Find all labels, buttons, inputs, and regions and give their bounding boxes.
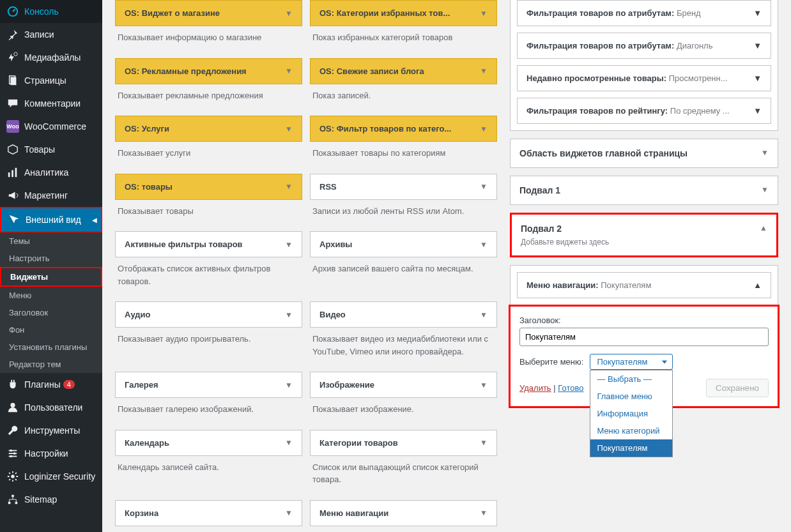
svg-point-12 [13, 452, 16, 455]
available-widget[interactable]: Аудио ▼ [115, 301, 302, 328]
widget-title: Корзина [125, 508, 158, 518]
submenu-customize[interactable]: Настроить [0, 250, 102, 267]
settings-icon [6, 447, 19, 460]
available-widgets: OS: Виджет о магазине ▼ Показывает инфор… [115, 0, 497, 532]
widget-description: Архив записей вашего сайта по месяцам. [310, 257, 497, 285]
placed-widget[interactable]: Недавно просмотренные товары: Просмотрен… [518, 66, 771, 91]
available-widget[interactable]: Категории товаров ▼ [310, 430, 497, 456]
placed-widget[interactable]: Фильтрация товаров по рейтингу: По средн… [518, 98, 771, 123]
svg-point-13 [10, 455, 13, 458]
chevron-down-icon: ▼ [480, 125, 488, 133]
submenu-menus[interactable]: Меню [0, 287, 102, 304]
menu-posts[interactable]: Записи [0, 23, 102, 46]
menu-appearance[interactable]: Внешний вид ◀ [0, 207, 102, 232]
area-footer2-content: Меню навигации: Покупателям ▲ Заголовок:… [510, 265, 778, 407]
widget-value: Просмотренн... [669, 73, 728, 83]
widget-title: OS: товары [125, 182, 173, 192]
available-widget[interactable]: OS: Виджет о магазине ▼ [115, 0, 302, 26]
submenu-install-plugins[interactable]: Установить плагины [0, 338, 102, 356]
menu-sitemap[interactable]: Sitemap [0, 488, 102, 511]
menu-option[interactable]: Покупателям [590, 439, 672, 457]
widget-title: Изображение [319, 380, 374, 390]
menu-label: Sitemap [24, 494, 57, 505]
sitemap-icon [6, 493, 19, 506]
submenu-themes[interactable]: Темы [0, 232, 102, 250]
svg-point-7 [10, 403, 15, 407]
done-link[interactable]: Готово [558, 383, 583, 393]
area-footer2: Подвал 2 Добавьте виджеты здесь ▲ [510, 213, 778, 257]
widget-description: Отображать список активных фильтров това… [115, 257, 302, 298]
menu-media[interactable]: Медиафайлы [0, 46, 102, 69]
widget-title: Фильтрация товаров по атрибутам: [526, 8, 674, 18]
available-widget[interactable]: OS: товары ▼ [115, 174, 302, 200]
admin-sidebar: Консоль Записи Медиафайлы Страницы Комме… [0, 0, 102, 532]
available-widget[interactable]: Изображение ▼ [310, 372, 497, 398]
widget-description: Показывает информацию о магазине [115, 26, 302, 54]
products-icon [6, 143, 19, 156]
available-widget[interactable]: Активные фильтры товаров ▼ [115, 231, 302, 257]
available-widget[interactable]: Галерея ▼ [115, 372, 302, 398]
menu-option[interactable]: Главное меню [590, 388, 672, 405]
available-widget[interactable]: Корзина ▼ [115, 500, 302, 526]
menu-option[interactable]: Информация [590, 405, 672, 422]
submenu-widgets[interactable]: Виджеты [0, 267, 102, 287]
available-widget[interactable]: OS: Категории избранных тов... ▼ [310, 0, 497, 26]
menu-products[interactable]: Товары [0, 138, 102, 161]
submenu-header[interactable]: Заголовок [0, 304, 102, 321]
media-icon [6, 51, 19, 64]
appearance-icon [8, 213, 20, 226]
menu-settings[interactable]: Настройки [0, 442, 102, 465]
available-widget[interactable]: Меню навигации ▼ [310, 500, 497, 526]
svg-rect-16 [8, 502, 11, 505]
menu-plugins[interactable]: Плагины 4 [0, 373, 102, 396]
chevron-down-icon: ▼ [285, 125, 293, 133]
menu-tools[interactable]: Инструменты [0, 419, 102, 442]
area-homepage[interactable]: Область виджетов главной страницы ▼ [510, 139, 778, 168]
menu-woocommerce[interactable]: Woo WooCommerce [0, 115, 102, 138]
available-widget[interactable]: OS: Услуги ▼ [115, 116, 302, 142]
widget-description: Показывает изображение. [310, 398, 497, 426]
widget-title: Категории товаров [319, 438, 398, 448]
menu-comments[interactable]: Комментарии [0, 92, 102, 115]
chevron-down-icon: ▼ [753, 41, 762, 50]
chevron-down-icon: ▼ [480, 66, 488, 75]
widget-areas: Фильтрация товаров по атрибутам: Бренд ▼… [510, 0, 778, 532]
chevron-up-icon: ▲ [753, 280, 762, 290]
available-widget[interactable]: Архивы ▼ [310, 231, 497, 257]
chevron-down-icon: ▼ [285, 240, 293, 249]
menu-option[interactable]: Меню категорий [590, 422, 672, 439]
menu-option[interactable]: — Выбрать — [590, 370, 672, 388]
area-subtitle: Добавьте виджеты здесь [521, 238, 609, 247]
submenu-theme-editor[interactable]: Редактор тем [0, 356, 102, 373]
menu-label: Внешний вид [26, 215, 81, 225]
available-widget[interactable]: OS: Фильтр товаров по катего... ▼ [310, 116, 497, 142]
area-footer1[interactable]: Подвал 1 ▼ [510, 176, 778, 205]
menu-loginizer[interactable]: Loginizer Security [0, 465, 102, 488]
title-input[interactable] [519, 328, 769, 346]
delete-link[interactable]: Удалить [519, 383, 551, 393]
menu-pages[interactable]: Страницы [0, 69, 102, 92]
available-widget[interactable]: RSS ▼ [310, 174, 497, 200]
area-footer2-header[interactable]: Подвал 2 Добавьте виджеты здесь ▲ [512, 215, 776, 255]
menu-analytics[interactable]: Аналитика [0, 161, 102, 184]
svg-rect-15 [12, 495, 14, 498]
placed-widget[interactable]: Фильтрация товаров по атрибутам: Бренд ▼ [518, 1, 771, 26]
placed-widget[interactable]: Фильтрация товаров по атрибутам: Диагонл… [518, 33, 771, 58]
woo-icon: Woo [6, 120, 19, 133]
available-widget[interactable]: OS: Рекламные предложения ▼ [115, 58, 302, 84]
available-widget[interactable]: Календарь ▼ [115, 430, 302, 456]
available-widget[interactable]: OS: Свежие записи блога ▼ [310, 58, 497, 84]
menu-label: Инструменты [24, 425, 80, 436]
available-widget[interactable]: Видео ▼ [310, 301, 497, 328]
tools-icon [6, 424, 19, 437]
nav-menu-widget-header[interactable]: Меню навигации: Покупателям ▲ [518, 273, 771, 298]
menu-console[interactable]: Консоль [0, 0, 102, 23]
chevron-down-icon: ▼ [761, 185, 769, 194]
menu-marketing[interactable]: Маркетинг [0, 184, 102, 207]
widget-title: OS: Виджет о магазине [125, 8, 220, 18]
menu-select[interactable]: Покупателям [590, 354, 673, 370]
svg-rect-4 [8, 172, 10, 177]
chevron-down-icon: ▼ [285, 66, 293, 75]
submenu-background[interactable]: Фон [0, 321, 102, 338]
menu-users[interactable]: Пользователи [0, 396, 102, 419]
